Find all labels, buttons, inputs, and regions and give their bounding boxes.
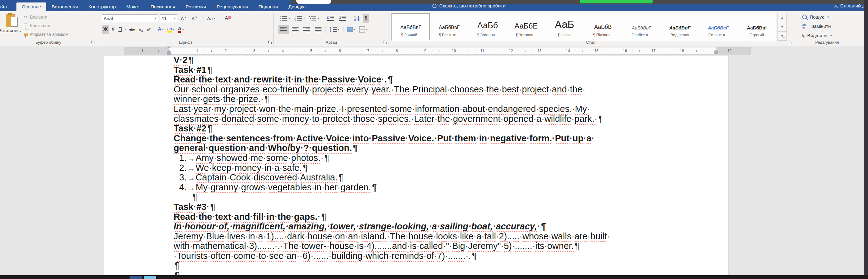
ribbon-tab-розсилки[interactable]: Розсилки [180, 2, 211, 11]
style-card-emph[interactable]: АаБбВвГВиділення [661, 13, 699, 40]
word: about [463, 104, 485, 114]
paragraph-dialog-launcher[interactable] [383, 41, 386, 44]
ribbon-tab-основне[interactable]: Основне [17, 2, 46, 11]
ribbon-tab-конструктор[interactable]: Конструктор [83, 2, 121, 11]
tab-mark: → [188, 163, 196, 173]
subscript-button[interactable]: х₂ [137, 25, 145, 34]
style-card-intense[interactable]: АаБбВеГСильне в... [699, 13, 738, 40]
word: is [357, 241, 364, 251]
cut-button[interactable]: ✂ Вирізати [22, 13, 70, 21]
sort-button[interactable]: АЯ [352, 13, 362, 23]
bold-button[interactable]: Ж [102, 25, 109, 34]
borders-button[interactable]: ▾ [358, 25, 369, 34]
format-painter-icon [24, 33, 28, 36]
right-indent-marker[interactable] [714, 50, 718, 54]
clipboard-dialog-launcher[interactable] [91, 41, 95, 44]
italic-button[interactable]: К [110, 25, 116, 34]
style-card-h1[interactable]: АаБб¶ Заголов... [468, 13, 507, 40]
style-sample: АаБбВвГ [622, 16, 661, 30]
left-indent-marker[interactable] [167, 46, 171, 55]
style-card-strong[interactable]: АаБбВвІСтрогий [738, 13, 776, 40]
align-center-button[interactable] [290, 25, 300, 34]
align-center-icon [291, 27, 299, 32]
ruler-tick [151, 51, 152, 51]
style-card-title[interactable]: АаБ¶ Назва [545, 13, 584, 40]
font-color-button[interactable]: А▾ [176, 25, 185, 34]
share-button[interactable]: Спільний д [834, 3, 865, 9]
find-button[interactable]: Пошук▾ [802, 14, 829, 20]
ribbon-tab-вставлення[interactable]: Вставлення [46, 2, 83, 11]
styles-scroll-down-button[interactable]: ▼ [777, 22, 787, 31]
doc-line: with·mathematical·3).......·.·The·tower-… [174, 241, 719, 251]
word: magnificent, [232, 221, 285, 231]
word: come [234, 251, 255, 261]
shading-button[interactable]: ▾ [346, 25, 357, 34]
paragraph-mark: ¶ [321, 212, 327, 222]
tell-me-box[interactable]: Скажіть, що потрібно зробити [432, 3, 506, 9]
align-left-button[interactable] [278, 25, 289, 34]
clear-formatting-button[interactable]: А [223, 13, 230, 23]
format-painter-button[interactable]: Формат за зразком [22, 31, 70, 38]
increase-indent-button[interactable] [337, 13, 347, 23]
show-formatting-marks-button[interactable]: ¶ [363, 13, 369, 23]
numbering-button[interactable]: 123▾ [293, 13, 307, 23]
strikethrough-button[interactable]: abc [127, 25, 137, 34]
shrink-font-button[interactable]: А▼ [190, 13, 199, 23]
replace-button[interactable]: abac Замінити [802, 24, 831, 29]
style-name: ¶ Звичай... [392, 33, 429, 37]
font-dialog-launcher[interactable] [268, 41, 272, 44]
font-size-combo[interactable]: 11▾ [160, 14, 177, 22]
multilevel-list-button[interactable]: ▾ [307, 13, 321, 23]
word: in [294, 74, 302, 84]
word: endangered [488, 104, 536, 114]
text-effects-button[interactable]: А▾ [156, 25, 165, 34]
change-case-button[interactable]: Аа▾ [206, 13, 217, 23]
grow-font-button[interactable]: А▲ [179, 13, 188, 23]
align-right-button[interactable] [301, 25, 312, 34]
style-card-normal[interactable]: АаБбВвГ¶ Звичай... [392, 13, 430, 40]
style-card-h2[interactable]: АаБбЕ¶ Заголов... [507, 13, 545, 40]
word: them [455, 133, 476, 143]
decrease-indent-button[interactable] [326, 13, 336, 23]
style-card-subtitle[interactable]: АаБбВ¶ Підзаго... [584, 13, 622, 40]
word: building [331, 251, 362, 261]
select-button[interactable]: Виділити▾ [802, 33, 832, 38]
word: ....... [515, 241, 532, 251]
numbering-icon: 123 [294, 15, 303, 21]
ruler-tick [219, 51, 219, 51]
word: form. [529, 133, 552, 143]
style-name: ¶ Заголов... [507, 33, 545, 37]
doc-line: ·Tourists·often·come·to·see·an··6)·.....… [174, 251, 719, 261]
underline-button[interactable]: П [117, 25, 124, 34]
ribbon-tab-посилання[interactable]: Посилання [145, 2, 180, 11]
justify-button[interactable] [313, 25, 323, 34]
ribbon-tab-file[interactable]: Файл [0, 2, 17, 11]
word: house [409, 231, 433, 241]
taskbar-item[interactable] [144, 276, 156, 279]
styles-dialog-launcher[interactable] [788, 41, 792, 44]
style-card-subtle[interactable]: АаБбВвГСлабке в... [622, 13, 661, 40]
ruler-number: 5 [310, 48, 312, 54]
line-spacing-button[interactable]: ▾ [328, 25, 341, 34]
font-name-combo[interactable]: Arial▾ [102, 14, 158, 22]
superscript-button[interactable]: х² [145, 25, 152, 34]
taskbar-item[interactable] [130, 276, 142, 279]
highlight-button[interactable]: ab▾ [166, 25, 176, 34]
word: My [196, 182, 208, 192]
copy-button[interactable]: Копіювати [22, 22, 70, 29]
styles-scroll-up-button[interactable]: ▲ [777, 13, 787, 22]
word: house [330, 241, 354, 251]
ribbon-tab-подання[interactable]: Подання [253, 2, 283, 11]
ribbon-tab-довідка[interactable]: Довідка [283, 2, 311, 11]
ruler-tick [240, 50, 240, 52]
doc-line: 3.→Captain·Cook·discovered·Australia.¶ [174, 173, 719, 183]
ribbon-tab-рецензування[interactable]: Рецензування [211, 2, 253, 11]
share-icon [834, 4, 838, 8]
ribbon-tab-макет[interactable]: Макет [121, 2, 145, 11]
bullets-button[interactable]: ▾ [278, 13, 292, 23]
styles-more-button[interactable]: ▼̲ [777, 31, 787, 41]
paste-button[interactable]: Вставити ▾ [1, 13, 23, 33]
ruler-tick [575, 51, 576, 51]
doc-line: ¶ [174, 192, 719, 202]
style-card-normal[interactable]: АаБбВвГ¶ Без інте... [430, 13, 468, 40]
